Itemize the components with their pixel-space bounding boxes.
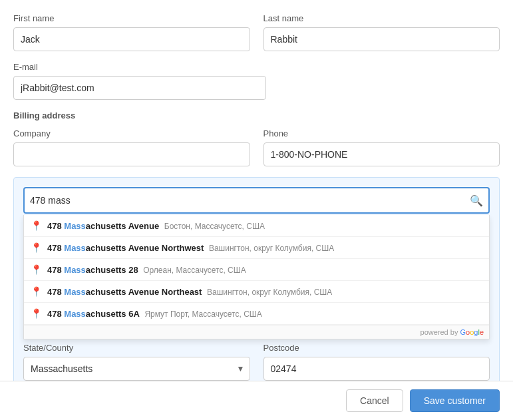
bottom-bar: Cancel Save customer <box>0 381 513 420</box>
state-select-wrapper: Massachusetts Alabama Alaska California … <box>23 357 250 381</box>
postcode-label: Postcode <box>263 343 490 353</box>
address-block: 🔍 📍 478 Massachusetts Avenue Бостон, Мас… <box>13 177 500 391</box>
state-select[interactable]: Massachusetts Alabama Alaska California <box>23 357 250 381</box>
first-name-label: First name <box>13 13 250 23</box>
address-autocomplete: 🔍 📍 478 Massachusetts Avenue Бостон, Мас… <box>23 187 490 214</box>
pin-icon-5: 📍 <box>31 308 42 319</box>
last-name-input[interactable] <box>263 27 500 51</box>
email-input[interactable] <box>13 76 266 100</box>
pin-icon-3: 📍 <box>31 264 42 275</box>
email-label: E-mail <box>13 62 266 72</box>
pin-icon-2: 📍 <box>31 242 42 253</box>
suggestion-4[interactable]: 📍 478 Massachusetts Avenue Northeast Ваш… <box>24 281 489 303</box>
phone-label: Phone <box>263 128 500 138</box>
suggestion-5-text: 478 Massachusetts 6A Ярмут Порт, Массачу… <box>47 309 262 319</box>
address-search-input[interactable] <box>30 195 470 206</box>
powered-by: powered by Google <box>24 325 489 339</box>
save-customer-button[interactable]: Save customer <box>410 389 500 412</box>
suggestion-1[interactable]: 📍 478 Massachusetts Avenue Бостон, Масса… <box>24 215 489 237</box>
autocomplete-input-wrapper: 🔍 <box>23 187 490 214</box>
pin-icon-4: 📍 <box>31 286 42 297</box>
billing-section-label: Billing address <box>13 110 500 120</box>
last-name-label: Last name <box>263 13 500 23</box>
suggestion-2-text: 478 Massachusetts Avenue Northwest Вашин… <box>47 243 334 253</box>
state-label: State/County <box>23 343 250 353</box>
suggestion-5[interactable]: 📍 478 Massachusetts 6A Ярмут Порт, Масса… <box>24 303 489 325</box>
company-label: Company <box>13 128 250 138</box>
suggestion-3[interactable]: 📍 478 Massachusetts 28 Орлеан, Массачусе… <box>24 259 489 281</box>
suggestion-3-text: 478 Massachusetts 28 Орлеан, Массачусетс… <box>47 265 246 275</box>
autocomplete-dropdown: 📍 478 Massachusetts Avenue Бостон, Масса… <box>23 215 490 339</box>
cancel-button[interactable]: Cancel <box>346 389 403 412</box>
company-input[interactable] <box>13 142 250 166</box>
first-name-input[interactable] <box>13 27 250 51</box>
suggestion-2[interactable]: 📍 478 Massachusetts Avenue Northwest Ваш… <box>24 237 489 259</box>
pin-icon-1: 📍 <box>31 220 42 231</box>
postcode-input[interactable] <box>263 357 490 381</box>
search-icon[interactable]: 🔍 <box>470 194 483 207</box>
suggestion-1-text: 478 Massachusetts Avenue Бостон, Массачу… <box>47 221 265 231</box>
phone-input[interactable] <box>263 142 500 166</box>
suggestion-4-text: 478 Massachusetts Avenue Northeast Вашин… <box>47 287 332 297</box>
